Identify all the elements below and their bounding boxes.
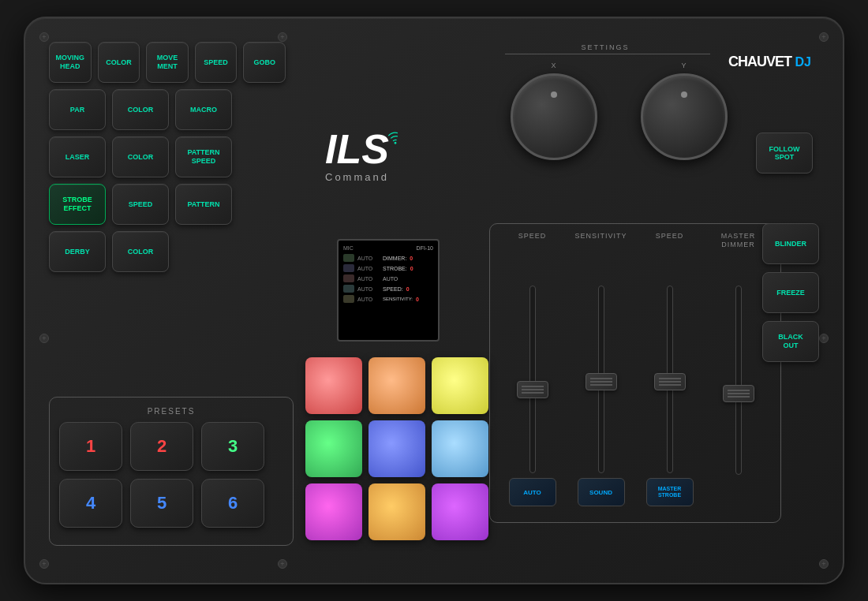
auto-button[interactable]: AUTO: [509, 478, 556, 506]
command-text: Command: [325, 171, 389, 183]
ils-logo: ILS Command: [325, 129, 389, 183]
fader-track-1: [529, 286, 536, 473]
master-strobe-button[interactable]: MASTERSTROBE: [646, 478, 694, 506]
blackout-button[interactable]: BLACKOUT: [762, 321, 819, 362]
button-row-1: MOVING HEAD COLOR MOVE MENT SPEED GOBO: [49, 42, 286, 83]
preset-button-5[interactable]: 5: [130, 479, 193, 528]
screw-br: [819, 559, 829, 569]
controller-body: MOVING HEAD COLOR MOVE MENT SPEED GOBO P…: [24, 17, 844, 584]
pad-3[interactable]: [432, 357, 488, 414]
follow-spot-button[interactable]: FOLLOW SPOT: [756, 133, 813, 174]
display-row-1: AUTO DIMMER: 0: [343, 254, 433, 262]
fader-labels-top: SPEED SENSITIVITY SPEED MASTERDIMMER: [498, 232, 773, 249]
pad-section: [305, 357, 488, 540]
par-button[interactable]: PAR: [49, 89, 106, 130]
speed-button-2[interactable]: SPEED: [112, 184, 169, 225]
display-row-2: AUTO STROBE: 0: [343, 264, 433, 272]
pad-7[interactable]: [305, 483, 362, 540]
fader-handle-4[interactable]: [723, 385, 754, 402]
fader-label-sensitivity: SENSITIVITY: [567, 232, 635, 249]
screw-mr: [819, 334, 829, 343]
button-row-5: DERBY COLOR: [49, 231, 286, 272]
button-row-3: LASER COLOR PATTERN SPEED: [49, 136, 286, 177]
settings-label: SETTINGS: [514, 43, 696, 51]
button-row-2: PAR COLOR MACRO: [49, 89, 286, 130]
strobe-effect-button[interactable]: STROBE EFFECT: [49, 184, 106, 225]
screw-ml: [39, 334, 49, 343]
fader-3-container: MASTERSTROBE: [635, 286, 704, 506]
color-button-2[interactable]: COLOR: [112, 89, 169, 130]
y-label: Y: [681, 62, 687, 69]
settings-line: [505, 54, 710, 54]
pattern-button[interactable]: PATTERN: [175, 184, 232, 225]
left-button-section: MOVING HEAD COLOR MOVE MENT SPEED GOBO P…: [49, 42, 286, 278]
x-knob-container: X: [511, 62, 597, 160]
fader-track-3: [667, 286, 673, 473]
sound-button[interactable]: SOUND: [578, 478, 625, 506]
display-row-3: AUTO AUTO: [343, 274, 433, 282]
display-row-5: AUTO SENSITIVITY: 0: [343, 295, 433, 303]
preset-row-1: 1 2 3: [59, 422, 283, 471]
button-row-4: STROBE EFFECT SPEED PATTERN: [49, 184, 286, 225]
preset-button-6[interactable]: 6: [201, 479, 264, 528]
presets-label: PRESETS: [59, 407, 283, 416]
moving-head-button[interactable]: MOVING HEAD: [49, 42, 92, 83]
fader-track-2: [598, 286, 604, 473]
fader-2-container: SOUND: [567, 286, 635, 506]
pad-1[interactable]: [305, 357, 362, 414]
pattern-speed-button[interactable]: PATTERN SPEED: [175, 136, 232, 177]
speed-button-1[interactable]: SPEED: [195, 42, 238, 83]
derby-button[interactable]: DERBY: [49, 231, 106, 272]
screw-tl: [39, 32, 49, 42]
color-button-1[interactable]: COLOR: [98, 42, 140, 83]
screw-bl: [39, 559, 49, 569]
right-buttons-section: BLINDER FREEZE BLACKOUT: [762, 223, 819, 362]
pad-2[interactable]: [369, 357, 425, 414]
wifi-icon: [387, 130, 403, 150]
x-knob[interactable]: [511, 73, 597, 160]
movement-button[interactable]: MOVE MENT: [146, 42, 189, 83]
fader-handle-3[interactable]: [654, 373, 686, 390]
brand-name: CHAUVET: [728, 54, 791, 69]
screw-t-mid: [278, 32, 287, 42]
brand-dj: DJ: [795, 55, 811, 69]
pad-9[interactable]: [432, 483, 488, 540]
fader-track-4: [735, 286, 742, 475]
blinder-button[interactable]: BLINDER: [762, 223, 819, 264]
pad-8[interactable]: [369, 483, 425, 540]
screw-tr: [819, 32, 829, 42]
preset-button-2[interactable]: 2: [130, 422, 193, 471]
display-screen: MIC DFI-10 AUTO DIMMER: 0 AUTO STROBE: 0…: [337, 239, 440, 342]
chauvet-logo: CHAUVET DJ: [728, 54, 811, 70]
ils-text: ILS: [325, 126, 389, 172]
laser-button[interactable]: LASER: [49, 136, 106, 177]
fader-handle-1[interactable]: [517, 381, 548, 398]
macro-button[interactable]: MACRO: [175, 89, 232, 130]
fader-section: SPEED SENSITIVITY SPEED MASTERDIMMER AUT…: [489, 223, 781, 523]
knobs-section: X Y: [511, 62, 728, 160]
gobo-button[interactable]: GOBO: [243, 42, 286, 83]
screw-b-mid: [278, 559, 287, 569]
color-button-4[interactable]: COLOR: [112, 231, 169, 272]
x-label: X: [551, 62, 556, 69]
pad-5[interactable]: [369, 420, 425, 477]
fader-label-speed2: SPEED: [635, 232, 704, 249]
y-knob-container: Y: [641, 62, 728, 160]
presets-section: PRESETS 1 2 3 4 5 6: [49, 397, 294, 546]
fader-handle-2[interactable]: [586, 373, 617, 390]
display-row-4: AUTO SPEED: 0: [343, 285, 433, 293]
preset-button-3[interactable]: 3: [201, 422, 264, 471]
preset-button-1[interactable]: 1: [59, 422, 122, 471]
freeze-button[interactable]: FREEZE: [762, 272, 819, 313]
pad-6[interactable]: [432, 420, 488, 477]
preset-row-2: 4 5 6: [59, 479, 283, 528]
fader-1-container: AUTO: [498, 286, 567, 506]
pad-4[interactable]: [305, 420, 362, 477]
preset-button-4[interactable]: 4: [59, 479, 122, 528]
fader-label-speed: SPEED: [498, 232, 567, 249]
faders-container: AUTO SOUND MASTERSTROBE: [498, 256, 773, 514]
color-button-3[interactable]: COLOR: [112, 136, 169, 177]
y-knob[interactable]: [641, 73, 728, 160]
